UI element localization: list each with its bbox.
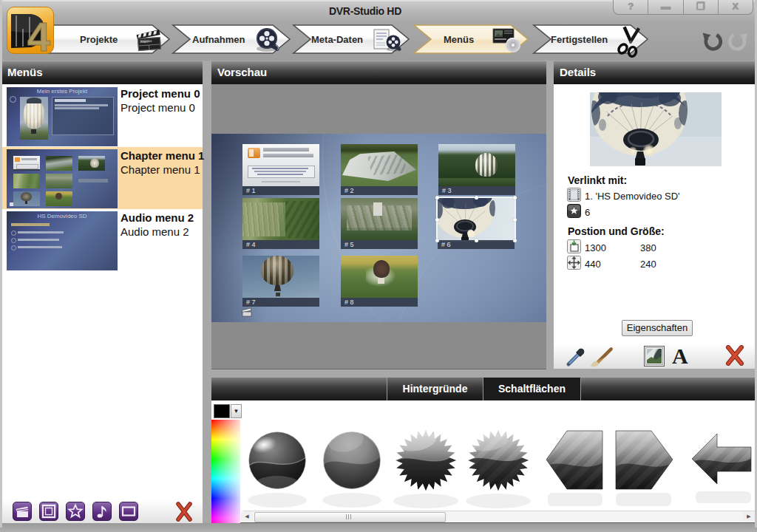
svg-text:4: 4 bbox=[27, 13, 50, 54]
